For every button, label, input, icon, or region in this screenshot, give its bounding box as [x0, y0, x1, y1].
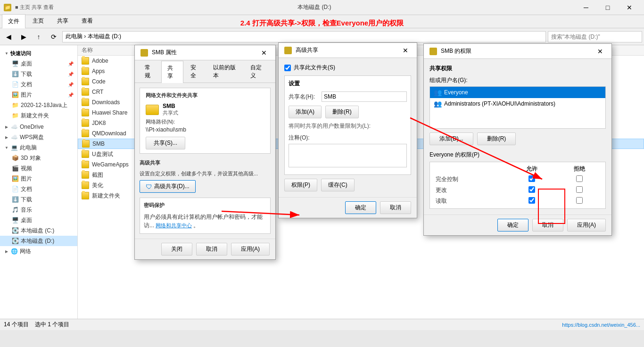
deny-change-checkbox[interactable] [576, 186, 583, 193]
perm-deny-read[interactable] [556, 196, 603, 207]
sidebar-item-dl[interactable]: ⬇️ 下载 [0, 194, 77, 205]
cancel-button-adv[interactable]: 取消 [380, 201, 411, 214]
file-name: 美化 [92, 182, 103, 190]
allow-change-checkbox[interactable] [528, 186, 535, 193]
sidebar-item-pics[interactable]: 🖼️ 图片 📌 [0, 90, 77, 100]
allow-full-checkbox[interactable] [528, 175, 535, 182]
folder-info-row: SMB 共享式 [146, 103, 264, 116]
perm-deny-full[interactable] [556, 174, 603, 185]
video-label: 视频 [21, 165, 32, 173]
network-icon: 🌐 [10, 248, 18, 255]
sidebar-item-desktopc[interactable]: 🖥️ 桌面 [0, 215, 77, 225]
cancel-button-smb[interactable]: 取消 [196, 243, 227, 256]
folder-icon [82, 78, 89, 85]
forward-button[interactable]: ▶ [17, 30, 30, 43]
tab-custom[interactable]: 自定义 [244, 60, 271, 83]
sidebar-item-java[interactable]: 📁 2020-12-18Java上 [0, 100, 77, 110]
sidebar-item-onedrive[interactable]: ▶ ☁️ OneDrive [0, 122, 77, 132]
tab-general[interactable]: 常规 [139, 60, 160, 83]
apply-button-smb[interactable]: 应用(A) [231, 243, 270, 256]
refresh-button[interactable]: ⟳ [47, 30, 60, 43]
sidebar-item-downloads[interactable]: ⬇️ 下载 📌 [0, 69, 77, 79]
smb-perms-title: SMB 的权限 [441, 47, 471, 55]
tab-sharing[interactable]: 共享 [161, 61, 183, 83]
folder-icon [82, 161, 89, 168]
minimize-button[interactable]: ─ [575, 0, 597, 15]
add-group-button[interactable]: 添加(D)... [429, 132, 473, 145]
sidebar-item-thispc[interactable]: ▼ 💻 此电脑 [0, 142, 77, 153]
perm-allow-change[interactable] [508, 185, 556, 196]
tab-security[interactable]: 安全 [184, 60, 206, 83]
downloads-label: 下载 [21, 70, 32, 78]
sidebar-item-newfolder[interactable]: 📁 新建文件夹 [0, 110, 77, 121]
perm-button[interactable]: 权限(P) [284, 179, 317, 191]
comment-row: 注释(O): [289, 134, 407, 169]
perm-allow-read[interactable] [508, 196, 556, 207]
network-center-link[interactable]: 网络和共享中心 [156, 223, 192, 228]
search-input[interactable] [548, 31, 642, 42]
add-remove-row: 添加(A) 删除(R) [289, 106, 407, 118]
up-button[interactable]: ↑ [32, 30, 45, 43]
cache-button[interactable]: 缓存(C) [321, 179, 355, 191]
sidebar-item-documents[interactable]: 📄 文档 [0, 184, 77, 194]
dialog-body: 网络文件和文件夹共享 SMB 共享式 网络路径(N): \\Pt-xiaohui… [135, 83, 275, 239]
adv-share-close[interactable]: ✕ [400, 45, 411, 56]
smb-perms-close[interactable]: ✕ [594, 46, 606, 57]
comment-input[interactable] [289, 144, 407, 167]
sidebar-item-wps[interactable]: ▶ ☁️ WPS网盘 [0, 132, 77, 142]
perm-deny-change[interactable] [556, 185, 603, 196]
pin-icon2: 📌 [68, 72, 74, 77]
ok-button-perms[interactable]: 确定 [497, 219, 528, 231]
tab-previous[interactable]: 以前的版本 [207, 60, 243, 83]
advanced-share-dialog: 高级共享 ✕ 共享此文件夹(S) 设置 共享名(H): 添加(A) 删除(R) … [278, 42, 417, 218]
sidebar-item-images[interactable]: 🖼️ 图片 [0, 174, 77, 184]
password-text: 用户必须具有此计算机的用户帐户和密码，才能访... 网络和共享中心 。 [144, 213, 266, 230]
tab-share[interactable]: 共享 [51, 14, 74, 28]
perm-allow-full[interactable] [508, 174, 556, 185]
advanced-share-button[interactable]: 🛡 高级共享(D)... [140, 180, 196, 193]
expand-wps: ▶ [4, 134, 9, 140]
sidebar-item-drivc[interactable]: 💽 本地磁盘 (C:) [0, 225, 77, 236]
dialog-close-button[interactable]: ✕ [258, 47, 270, 58]
folder-icon [82, 119, 89, 127]
adv-share-title: 高级共享 [296, 46, 318, 54]
back-button[interactable]: ◀ [2, 30, 15, 43]
deny-read-checkbox[interactable] [576, 197, 583, 204]
sidebar-item-quick-access[interactable]: ▼ 快速访问 [0, 48, 77, 58]
table-row: 完全控制 [432, 174, 603, 185]
group-item-admins[interactable]: 👥 Administrators (PT-XIAOHUI\Administrat… [430, 98, 605, 109]
add-button[interactable]: 添加(A) [289, 106, 322, 118]
sidebar-item-desktop[interactable]: 🖥️ 桌面 📌 [0, 58, 77, 69]
newfolder-label: 新建文件夹 [21, 112, 49, 120]
sidebar-item-network[interactable]: ▶ 🌐 网络 [0, 246, 77, 256]
props-tabs: 常规 共享 安全 以前的版本 自定义 [135, 60, 275, 83]
share-name-input[interactable] [322, 91, 407, 102]
sidebar-item-3d[interactable]: 📦 3D 对象 [0, 153, 77, 163]
images-icon: 🖼️ [11, 175, 19, 182]
group-item-everyone[interactable]: 👥 Everyone [430, 87, 605, 98]
ok-button-adv[interactable]: 确定 [345, 201, 376, 214]
share-folder-checkbox[interactable] [284, 65, 291, 71]
cancel-button-perms[interactable]: 取消 [532, 219, 563, 231]
close-button-smb[interactable]: 关闭 [161, 243, 192, 256]
allow-read-checkbox[interactable] [528, 197, 535, 204]
tab-home[interactable]: 主页 [26, 14, 50, 28]
sidebar-item-docs[interactable]: 📄 文档 📌 [0, 79, 77, 90]
maximize-button[interactable]: □ [597, 0, 619, 15]
tab-view[interactable]: 查看 [75, 14, 99, 28]
newfolder-icon: 📁 [11, 112, 19, 119]
settings-box: 设置 共享名(H): 添加(A) 删除(R) 将同时共享的用户数量限制为(L):… [284, 75, 411, 175]
remove-button[interactable]: 删除(R) [325, 106, 359, 118]
apply-button-perms[interactable]: 应用(A) [567, 219, 606, 231]
close-button[interactable]: ✕ [619, 0, 640, 15]
sidebar-item-drivd[interactable]: 💽 本地磁盘 (D:) [0, 236, 77, 246]
remove-group-button[interactable]: 删除(R) [477, 132, 516, 145]
tab-file[interactable]: 文件 [2, 14, 25, 28]
sidebar-item-video[interactable]: 🎬 视频 [0, 163, 77, 174]
expand-onedrive: ▶ [4, 124, 9, 130]
share-button[interactable]: 共享(S)... [146, 137, 185, 149]
address-input[interactable] [62, 31, 546, 42]
deny-full-checkbox[interactable] [576, 175, 583, 182]
sidebar-item-music[interactable]: 🎵 音乐 [0, 205, 77, 215]
docs-icon: 📄 [11, 81, 19, 88]
